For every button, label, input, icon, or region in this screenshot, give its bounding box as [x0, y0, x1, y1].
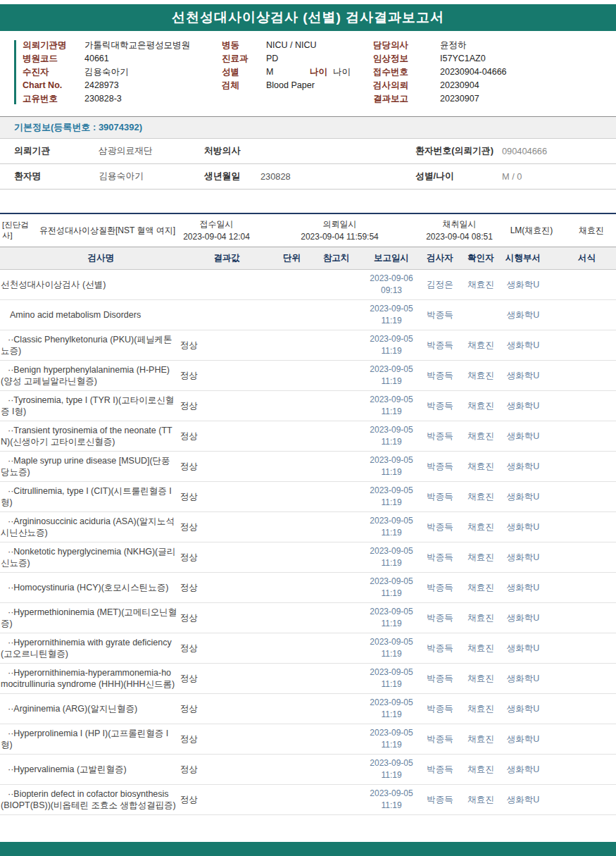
- report-date: 2023-09-05: [365, 394, 418, 406]
- department-name: 생화학U: [500, 430, 546, 442]
- header-info-line: 담당의사윤정하: [373, 39, 616, 52]
- header-info-value: 20230904: [440, 80, 479, 90]
- test-name: ··Hypermethioninemia (MET)(고메티오닌혈증): [0, 607, 177, 630]
- patient-field-label: 의뢰기관: [14, 145, 99, 157]
- result-row: ··Hypervalinemia (고발린혈증)정상2023-09-0511:1…: [0, 755, 616, 785]
- report-time: 11:19: [365, 678, 418, 690]
- department-name: 생화학U: [500, 279, 546, 291]
- diagnostic-tag: [진단검사]: [0, 220, 39, 241]
- result-value: 정상: [177, 764, 276, 776]
- report-date: 2023-09-05: [365, 333, 418, 345]
- department-name: 생화학U: [500, 340, 546, 352]
- header-info-label: Chart No.: [23, 79, 84, 92]
- report-title-bar: 선천성대사이상검사 (선별) 검사결과보고서: [0, 4, 616, 31]
- report-datetime: 2023-09-0511:19: [365, 727, 418, 751]
- result-row: ··Transient tyrosinemia of the neonate (…: [0, 421, 616, 452]
- basic-info-heading: 기본정보(등록번호 : 39074392): [0, 116, 616, 139]
- receipt-datetime: 접수일시 2023-09-04 12:04: [176, 218, 257, 243]
- header-info-value: 나이: [333, 67, 351, 77]
- header-info-label: 병원코드: [23, 52, 84, 66]
- result-row: ··Citrullinemia, type I (CIT)(시트룰린혈증 I형)…: [0, 482, 616, 512]
- department-name: 생화학U: [500, 491, 546, 503]
- tester-name: 박종득: [418, 703, 462, 715]
- header-info-label: 검사의뢰: [373, 79, 440, 92]
- department-name: 생화학U: [500, 582, 546, 594]
- result-row: ··Argininemia (ARG)(알지닌혈증)정상2023-09-0511…: [0, 694, 616, 724]
- report-date: 2023-09-05: [365, 788, 418, 800]
- report-time: 11:19: [365, 709, 418, 721]
- header-info-line: 의뢰기관명가톨릭대학교은평성모병원: [23, 39, 222, 52]
- tester-name: 박종득: [418, 309, 462, 321]
- tester-name: 박종득: [418, 612, 462, 624]
- column-header-reference-range: 참고치: [308, 252, 365, 264]
- report-time: 11:19: [365, 800, 418, 812]
- confirmer-name: 채효진: [462, 400, 500, 412]
- report-time: 11:19: [365, 345, 418, 357]
- report-date: 2023-09-05: [365, 576, 418, 588]
- report-datetime: 2023-09-0511:19: [365, 606, 418, 630]
- tester-name: 박종득: [418, 764, 462, 776]
- column-header-report-datetime: 보고일시: [365, 252, 418, 264]
- header-info-value: 40661: [84, 54, 109, 63]
- column-header-form: 서식: [546, 252, 616, 264]
- report-date: 2023-09-05: [365, 727, 418, 739]
- header-info-label: 고유번호: [23, 92, 84, 106]
- department-name: 생화학U: [500, 461, 546, 473]
- report-date: 2023-09-05: [365, 424, 418, 436]
- report-datetime: 2023-09-0511:19: [365, 424, 418, 448]
- test-name: ··Classic Phenylketonuria (PKU)(페닐케톤뇨증): [0, 334, 177, 357]
- result-value: 정상: [177, 552, 276, 564]
- report-time: 11:19: [365, 648, 418, 660]
- confirmer-name: 채효진: [462, 582, 500, 594]
- test-name: ··Tyrosinemia, type I (TYR I)(고타이로신혈증 I형…: [0, 395, 177, 418]
- report-datetime: 2023-09-0511:19: [365, 757, 418, 781]
- lm-collector: LM(채효진): [496, 225, 567, 237]
- result-row: ··Maple syrup urine disease [MSUD](단풍당뇨증…: [0, 452, 616, 482]
- result-row: 선천성대사이상검사 (선별)2023-09-0609:13김정은채효진생화학U: [0, 270, 616, 300]
- header-info-value: I57YC1AZ0: [440, 54, 486, 63]
- header-info-line: 임상정보I57YC1AZ0: [373, 52, 616, 66]
- result-value: 정상: [177, 370, 276, 382]
- department-name: 생화학U: [500, 309, 546, 321]
- report-date: 2023-09-05: [365, 303, 418, 315]
- test-name: ··Transient tyrosinemia of the neonate (…: [0, 425, 177, 448]
- collection-datetime: 채취일시 2023-09-04 08:51: [422, 218, 496, 243]
- department-name: 생화학U: [500, 552, 546, 564]
- accent-bar: [14, 40, 16, 104]
- header-info-label: 수진자: [23, 66, 84, 79]
- report-time: 11:19: [365, 739, 418, 751]
- header-info-value: Blood Paper: [266, 80, 315, 90]
- tester-name: 박종득: [418, 521, 462, 533]
- tester-name: 박종득: [418, 461, 462, 473]
- report-datetime: 2023-09-0511:19: [365, 576, 418, 600]
- patient-field-label: 환자번호(의뢰기관): [415, 145, 502, 157]
- patient-field-value: M / 0: [502, 171, 616, 182]
- result-row: ··Nonketotic hyperglycinemia (NKHG)(글리신뇨…: [0, 542, 616, 573]
- request-value: 2023-09-04 11:59:54: [257, 230, 422, 243]
- test-name: ··Homocystinuria (HCY)(호모시스틴뇨증): [0, 582, 177, 594]
- confirmer-name: 채효진: [462, 340, 500, 352]
- test-name: ··Hyperornithinemia-hyperammonemia-homoc…: [0, 667, 177, 690]
- header-info-label: 결과보고: [373, 92, 440, 106]
- collection-value: 2023-09-04 08:51: [422, 230, 496, 243]
- report-datetime: 2023-09-0511:19: [365, 636, 418, 660]
- tester-name: 박종득: [418, 340, 462, 352]
- confirmer-name: 채효진: [462, 673, 500, 685]
- header-info-value: NICU / NICU: [266, 40, 317, 50]
- report-date: 2023-09-05: [365, 545, 418, 557]
- report-datetime: 2023-09-0511:19: [365, 454, 418, 478]
- confirmer-name: 채효진: [462, 703, 500, 715]
- header-info-col-2: 병동NICU / NICU진료과PD성별M나이나이검체Blood Paper: [222, 39, 373, 106]
- diagnostic-summary-row: [진단검사] 유전성대사이상질환[NST 혈액 여지] 접수일시 2023-09…: [0, 213, 616, 247]
- column-header-unit: 단위: [276, 252, 308, 264]
- result-row: ··Classic Phenylketonuria (PKU)(페닐케톤뇨증)정…: [0, 330, 616, 361]
- result-value: 정상: [177, 521, 276, 533]
- result-row: ··Biopterin defect in cofactor biosynthe…: [0, 785, 616, 815]
- result-value: 정상: [177, 491, 276, 503]
- report-datetime: 2023-09-0511:19: [365, 364, 418, 387]
- result-value: 정상: [177, 703, 276, 715]
- test-name: ··Maple syrup urine disease [MSUD](단풍당뇨증…: [0, 455, 177, 478]
- collection-label: 채취일시: [422, 218, 496, 230]
- report-date: 2023-09-05: [365, 364, 418, 376]
- result-row: ··Homocystinuria (HCY)(호모시스틴뇨증)정상2023-09…: [0, 573, 616, 603]
